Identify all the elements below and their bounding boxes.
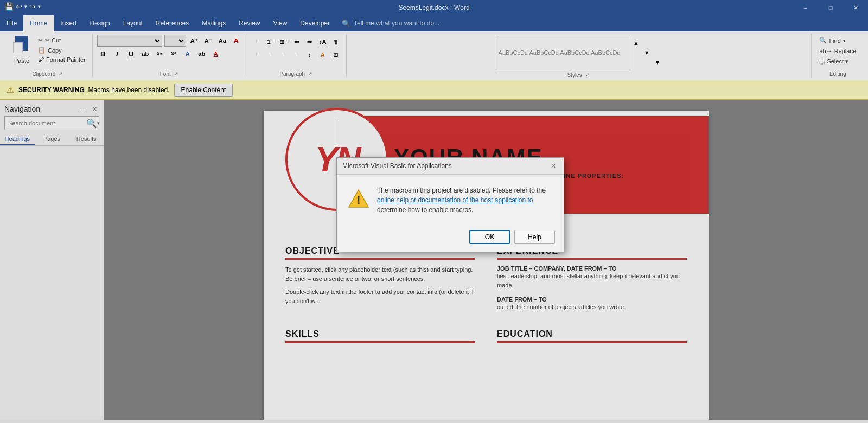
svg-text:!: ! [357,194,361,206]
vba-body: ! The macros in this project are disable… [337,175,564,226]
vba-warning-icon: ! [348,188,369,215]
vba-titlebar: Microsoft Visual Basic for Applications … [337,158,564,175]
vba-help-button[interactable]: Help [514,230,555,244]
vba-ok-button[interactable]: OK [469,230,510,244]
vba-buttons: OK Help [337,226,564,252]
modal-overlay: Microsoft Visual Basic for Applications … [0,0,868,423]
vba-dialog: Microsoft Visual Basic for Applications … [336,157,564,252]
vba-online-help-link[interactable]: online help or documentation of the host… [377,196,533,204]
vba-title: Microsoft Visual Basic for Applications [342,162,452,170]
vba-message: The macros in this project are disabled.… [377,185,546,215]
vba-close-button[interactable]: ✕ [548,161,558,171]
